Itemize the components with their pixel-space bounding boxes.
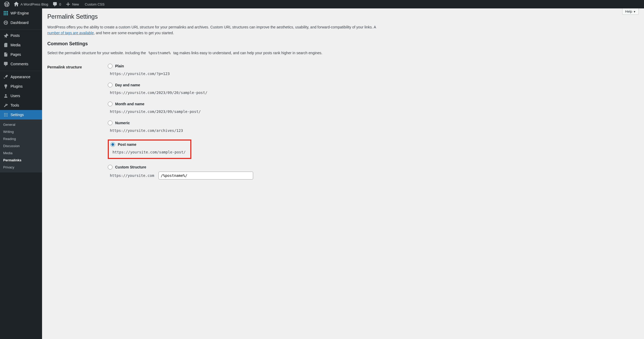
custom-css-menu[interactable]: Custom CSS xyxy=(81,0,107,8)
comment-icon xyxy=(52,2,58,7)
site-home-menu[interactable]: A WordPress Blog xyxy=(12,0,50,8)
new-label: New xyxy=(72,2,79,6)
wordpress-logo-icon xyxy=(4,2,9,7)
home-icon xyxy=(14,2,19,7)
new-content-menu[interactable]: New xyxy=(63,0,81,8)
site-name: A WordPress Blog xyxy=(21,2,48,6)
comments-count: 0 xyxy=(59,2,61,6)
comments-menu[interactable]: 0 xyxy=(50,0,63,8)
admin-bar: A WordPress Blog 0 New Custom CSS xyxy=(0,0,644,8)
plus-icon xyxy=(65,2,71,7)
wp-logo-menu[interactable] xyxy=(2,0,12,8)
custom-css-label: Custom CSS xyxy=(85,2,105,6)
